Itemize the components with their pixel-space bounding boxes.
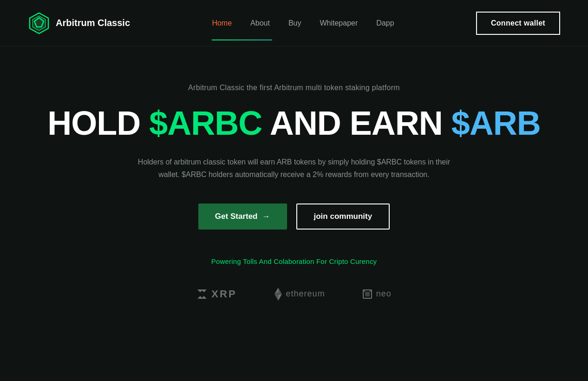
nav-links: Home About Buy Whitepaper Dapp bbox=[212, 19, 394, 27]
get-started-label: Get Started bbox=[215, 212, 258, 221]
ethereum-icon bbox=[274, 288, 282, 301]
get-started-arrow: → bbox=[262, 212, 270, 221]
nav-link-buy[interactable]: Buy bbox=[288, 19, 301, 27]
logo-icon bbox=[28, 12, 50, 34]
neo-icon bbox=[362, 289, 372, 299]
xrp-icon bbox=[196, 289, 208, 300]
svg-rect-13 bbox=[365, 292, 370, 296]
headline-arb: $ARB bbox=[451, 105, 541, 142]
hero-buttons: Get Started → join community bbox=[198, 204, 390, 230]
nav-link-home[interactable]: Home bbox=[212, 19, 232, 27]
headline-hold: HOLD bbox=[47, 105, 149, 142]
hero-description: Holders of arbitrum classic token will e… bbox=[136, 156, 452, 181]
hero-section: Arbitrum Classic the first Arbitrum mult… bbox=[0, 46, 588, 328]
hero-subtitle: Arbitrum Classic the first Arbitrum mult… bbox=[188, 84, 400, 92]
nav-item-home[interactable]: Home bbox=[212, 19, 232, 27]
nav-item-dapp[interactable]: Dapp bbox=[376, 19, 394, 27]
svg-marker-10 bbox=[278, 294, 282, 301]
nav-link-dapp[interactable]: Dapp bbox=[376, 19, 394, 27]
logo-text: Arbitrum Classic bbox=[56, 18, 130, 28]
navbar: Arbitrum Classic Home About Buy Whitepap… bbox=[0, 0, 588, 46]
xrp-label: XRP bbox=[211, 288, 236, 300]
nav-item-about[interactable]: About bbox=[250, 19, 270, 27]
nav-item-buy[interactable]: Buy bbox=[288, 19, 301, 27]
neo-label: neo bbox=[376, 289, 392, 299]
nav-link-whitepaper[interactable]: Whitepaper bbox=[320, 19, 358, 27]
nav-link-about[interactable]: About bbox=[250, 19, 270, 27]
powering-text: Powering Tolls And Colaboration For Crip… bbox=[211, 257, 377, 265]
get-started-button[interactable]: Get Started → bbox=[198, 204, 287, 230]
hero-headline: HOLD $ARBC AND EARN $ARB bbox=[47, 105, 540, 142]
join-community-button[interactable]: join community bbox=[296, 204, 390, 230]
partners-section: XRP ethereum neo bbox=[196, 288, 391, 301]
svg-marker-9 bbox=[274, 294, 278, 301]
nav-item-whitepaper[interactable]: Whitepaper bbox=[320, 19, 358, 27]
headline-and-earn: AND EARN bbox=[262, 105, 451, 142]
headline-arbc: $ARBC bbox=[149, 105, 262, 142]
partner-ethereum: ethereum bbox=[274, 288, 325, 301]
connect-wallet-button[interactable]: Connect wallet bbox=[476, 12, 560, 35]
partner-xrp: XRP bbox=[196, 288, 236, 300]
ethereum-label: ethereum bbox=[286, 289, 325, 299]
logo[interactable]: Arbitrum Classic bbox=[28, 12, 130, 34]
partner-neo: neo bbox=[362, 289, 392, 299]
